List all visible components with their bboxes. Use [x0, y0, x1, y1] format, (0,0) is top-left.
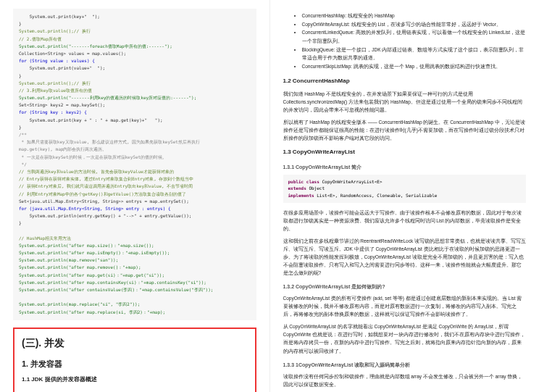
code-line — [19, 227, 251, 234]
container-list: ConcurrentHashMap: 线程安全的 HashMapCopyOnWr… — [296, 12, 527, 71]
code-line: System.out.println("after map.remove()："… — [19, 264, 251, 271]
code-line: } — [19, 72, 251, 80]
page-right: ConcurrentHashMap: 线程安全的 HashMapCopyOnWr… — [270, 0, 540, 392]
paragraph: CopyOnWriteArrayList 类的所有可变操作 (add, set … — [283, 294, 527, 318]
code-line: for (String key : keys2) { — [19, 109, 251, 116]
code-line: // HashMap相关常用方法 — [19, 235, 251, 242]
list-item: CopyOnWriteArrayList: 线程安全的 List，在读多写少的场… — [302, 20, 527, 29]
code-line: System.out.println("after containsValue(… — [19, 286, 251, 293]
code-line: System.out.println();// 换行 — [19, 80, 251, 87]
code-line: // 2.值取Map所有值 — [19, 36, 251, 43]
code-line: } — [19, 20, 251, 28]
list-item: BlockingQueue: 这是一个接口，JDK 内部通过链表、数组等方式实现… — [302, 46, 527, 62]
paragraph: 这和我们之前在多线程章节讲过的 ReentrantReadWriteLock 读… — [283, 237, 527, 277]
code-text: CopyOnWriteArrayList<E> — [319, 179, 383, 184]
code-text: Object — [306, 185, 325, 191]
heading-cowal-how: 1.3.2 CopyOnWriteArrayList 是如何做到的? — [283, 283, 527, 291]
paragraph: 从 CopyOnWriteArrayList 的名字就能看出 CopyOnWri… — [283, 322, 527, 354]
code-line: System.out.println("-------利用key的值遍历的时候取… — [19, 94, 251, 101]
heading-copyonwritearraylist: 1.3 CopyOnWriteArrayList — [283, 148, 527, 157]
heading-concurrenthashmap: 1.2 ConcurrentHashMap — [283, 77, 527, 86]
code-line: /** — [19, 131, 251, 138]
heading-concurrent-containers: 1. 并发容器 — [22, 358, 248, 371]
section-number: (三). 并发 — [22, 335, 248, 351]
code-line: * 如果只需要获取key又取value, 那么建议这样方式, 因为如果先获取ke… — [19, 138, 251, 146]
code-line: System.out.print(key+" "); — [19, 13, 251, 20]
code-line: System.out.println("after map.get(si)："+… — [19, 272, 251, 279]
code-line: System.out.println("after map.replace(si… — [19, 309, 251, 316]
paragraph: 所以就有了 HashMap 的线程安全版本 —— ConcurrentHashM… — [283, 118, 527, 142]
code-line: // 当我两遍历key和value的方法时候, 首先会获取keyValue才能获… — [19, 168, 251, 175]
code-line: map.get(key), map内部会执行两次遍历。 — [19, 146, 251, 153]
code-text: List<E>, RandomAccess, Cloneable, Serial… — [314, 193, 438, 198]
heading-cowal-source: 1.3.3 1CopyOnWriteArrayList 读取和写入源码简单分析 — [283, 361, 527, 369]
code-line: // Entry获得在获得对象实体, 通过Entry对象取集合到Entry对象,… — [19, 175, 251, 183]
code-line: System.out.println("after map.containsKe… — [19, 279, 251, 286]
code-line: System.out.print(value+" "); — [19, 64, 251, 72]
code-line: System.out.println("after map.size()："+m… — [19, 242, 251, 249]
code-line: System.out.println("after map.isEmpty()：… — [19, 249, 251, 257]
code-line: * 一次是在获取keySet的时候，一次是在获取所对应keySet的值的时候。 — [19, 154, 251, 161]
code-line: } — [19, 124, 251, 131]
code-line: System.out.println(entry.getKey() + "-->… — [19, 212, 251, 220]
paragraph: 在很多应用场景中，读操作可能会远远大于写操作。由于读操作根本不会修改原有的数据，… — [283, 209, 527, 233]
code-line: System.out.println(map.remove("san")); — [19, 257, 251, 264]
code-block: System.out.print(key+" ");}System.out.pr… — [13, 9, 256, 320]
section-highlight-box: (三). 并发 1. 并发容器 1.1 JDK 提供的并发容器概述 — [13, 328, 256, 392]
page-left: System.out.print(key+" ");}System.out.pr… — [0, 0, 270, 392]
code-line: // 利用Entry对象Map中的各个getKey()和getValue()方法… — [19, 191, 251, 198]
list-item: ConcurrentSkipListMap: 跳表的实现，这是一个 Map，使用… — [302, 62, 527, 71]
code-line: System.out.println(map.replace("si", "李四… — [19, 301, 251, 308]
code-line: */ — [19, 161, 251, 168]
keyword: public class — [288, 179, 319, 184]
code-line: for (java.util.Map.Entry<String, String>… — [19, 205, 251, 212]
keyword: implements — [288, 193, 314, 198]
code-line: // 获得Entry对象后, 我们就只读这调用并遍历Entry取出key和val… — [19, 183, 251, 190]
list-item: ConcurrentHashMap: 线程安全的 HashMap — [302, 12, 527, 20]
paragraph: 我们知道 HashMap 不是线程安全的，在并发场景下如果要保证一种可行的方式是… — [283, 90, 527, 114]
code-line — [19, 293, 251, 301]
heading-jdk-containers-overview: 1.1 JDK 提供的并发容器概述 — [22, 375, 248, 385]
code-line: System.out.print(key + " : " + map.get(k… — [19, 117, 251, 124]
code-line: Set<String> keys2 = map.keySet(); — [19, 101, 251, 109]
paragraph: 读取操作没有任何同步控制和锁操作，理由就是内部数组 array 不会发生修改，只… — [283, 372, 527, 388]
code-line: // 3.利用key取value取值所有的值 — [19, 87, 251, 94]
code-line: System.out.println("-------foreach值取Map中… — [19, 43, 251, 50]
list-item: ConcurrentLinkedQueue: 高效的并发队列，使用链表实现，可以… — [302, 28, 527, 45]
code-line: } — [19, 220, 251, 227]
code-line: System.out.println();// 换行 — [19, 28, 251, 35]
code-line: for (String value : values) { — [19, 57, 251, 64]
code-line: Collection<String> values = map.values()… — [19, 50, 251, 57]
code-snippet: public class CopyOnWriteArrayList<E> ext… — [283, 175, 527, 203]
code-line: Set<java.util.Map.Entry<String, String>>… — [19, 198, 251, 205]
keyword: extends — [288, 185, 306, 191]
heading-cowal-intro: 1.3.1 CopyOnWriteArrayList 简介 — [283, 163, 527, 171]
